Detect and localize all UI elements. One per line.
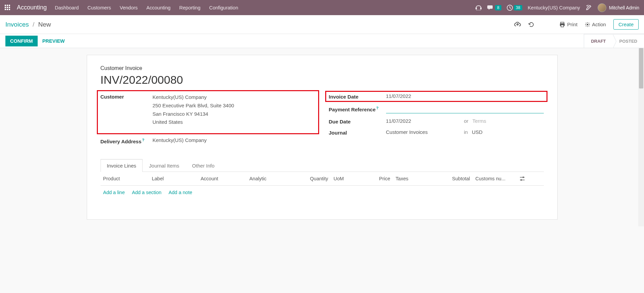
user-name: Mitchell Admin bbox=[609, 5, 639, 10]
doc-title: INV/2022/00080 bbox=[101, 73, 544, 86]
tab-invoice-lines[interactable]: Invoice Lines bbox=[101, 159, 143, 172]
column-settings-icon[interactable] bbox=[520, 176, 541, 181]
th-analytic[interactable]: Analytic bbox=[247, 172, 300, 186]
tab-journal-items[interactable]: Journal Items bbox=[143, 159, 186, 172]
th-product[interactable]: Product bbox=[101, 172, 149, 186]
status-draft[interactable]: DRAFT bbox=[584, 34, 612, 48]
breadcrumb-root[interactable]: Invoices bbox=[5, 21, 29, 28]
terms-placeholder[interactable]: Terms bbox=[472, 118, 486, 124]
form-sheet: Customer Invoice INV/2022/00080 Customer… bbox=[87, 55, 558, 220]
th-settings bbox=[517, 172, 543, 186]
row-customer: Customer Kentucky(US) Company 250 Execut… bbox=[101, 93, 315, 126]
add-line-link[interactable]: Add a line bbox=[103, 190, 125, 195]
breadcrumb: Invoices / New bbox=[5, 21, 51, 28]
messages-icon[interactable]: 8 bbox=[487, 5, 501, 11]
messages-badge: 8 bbox=[495, 5, 501, 10]
nav-dashboard[interactable]: Dashboard bbox=[55, 5, 79, 10]
customer-highlight: Customer Kentucky(US) Company 250 Execut… bbox=[97, 90, 319, 134]
value-customer[interactable]: Kentucky(US) Company 250 Executive Park … bbox=[153, 93, 315, 126]
tabs: Invoice Lines Journal Items Other Info bbox=[101, 159, 544, 172]
print-button[interactable]: Print bbox=[559, 22, 577, 27]
label-or: or bbox=[464, 118, 468, 124]
th-taxes[interactable]: Taxes bbox=[393, 172, 437, 186]
confirm-button[interactable]: CONFIRM bbox=[5, 36, 38, 46]
sheet-container: Customer Invoice INV/2022/00080 Customer… bbox=[0, 48, 644, 226]
customer-city: San Francisco KY 94134 bbox=[153, 110, 315, 118]
svg-point-11 bbox=[521, 179, 522, 181]
th-price[interactable]: Price bbox=[366, 172, 393, 186]
breadcrumb-separator: / bbox=[33, 21, 34, 28]
activities-icon[interactable]: 38 bbox=[507, 5, 522, 11]
debug-icon[interactable] bbox=[585, 4, 592, 11]
svg-rect-0 bbox=[476, 7, 477, 9]
discard-icon[interactable] bbox=[528, 22, 534, 28]
label-journal: Journal bbox=[329, 129, 386, 136]
value-delivery[interactable]: Kentucky(US) Company bbox=[153, 137, 315, 143]
customer-street: 250 Executive Park Blvd, Suite 3400 bbox=[153, 102, 315, 110]
value-due-date: 11/07/2022 or Terms bbox=[386, 118, 544, 124]
nav-customers[interactable]: Customers bbox=[87, 5, 111, 10]
action-button[interactable]: Action bbox=[585, 22, 606, 27]
add-section-link[interactable]: Add a section bbox=[132, 190, 161, 195]
row-invoice-date: Invoice Date 11/07/2022 bbox=[329, 93, 544, 100]
cloud-save-icon[interactable] bbox=[514, 22, 521, 27]
form-col-right: Invoice Date 11/07/2022 Payment Referenc… bbox=[329, 93, 544, 149]
doc-type: Customer Invoice bbox=[101, 65, 544, 71]
status-steps: DRAFT POSTED bbox=[584, 34, 644, 48]
th-uom[interactable]: UoM bbox=[331, 172, 366, 186]
value-invoice-date[interactable]: 11/07/2022 bbox=[386, 93, 544, 99]
apps-icon[interactable] bbox=[5, 5, 11, 11]
svg-rect-6 bbox=[561, 25, 564, 27]
label-invoice-date: Invoice Date bbox=[329, 93, 386, 100]
nav-configuration[interactable]: Configuration bbox=[209, 5, 238, 10]
nav-vendors[interactable]: Vendors bbox=[120, 5, 138, 10]
customer-country: United States bbox=[153, 118, 315, 126]
row-delivery: Delivery Address? Kentucky(US) Company bbox=[101, 137, 315, 144]
create-button[interactable]: Create bbox=[613, 19, 639, 30]
th-subtotal[interactable]: Subtotal bbox=[437, 172, 472, 186]
action-bar: Print Action Create bbox=[514, 19, 639, 30]
journal-value[interactable]: Customer Invoices bbox=[386, 129, 437, 135]
nav-reporting[interactable]: Reporting bbox=[179, 5, 200, 10]
scrollbar-thumb[interactable] bbox=[639, 48, 643, 88]
value-payment-ref bbox=[386, 105, 544, 113]
label-delivery: Delivery Address? bbox=[101, 137, 153, 144]
tab-other-info[interactable]: Other Info bbox=[186, 159, 221, 172]
user-menu[interactable]: Mitchell Admin bbox=[598, 3, 639, 12]
th-account[interactable]: Account bbox=[198, 172, 247, 186]
row-journal: Journal Customer Invoices in USD bbox=[329, 129, 544, 136]
avatar bbox=[598, 3, 606, 12]
label-in: in bbox=[464, 129, 468, 135]
value-journal: Customer Invoices in USD bbox=[386, 129, 544, 135]
label-payment-ref: Payment Reference? bbox=[329, 105, 386, 112]
nav-accounting[interactable]: Accounting bbox=[146, 5, 171, 10]
nav-menu: Dashboard Customers Vendors Accounting R… bbox=[55, 5, 238, 10]
help-icon[interactable]: ? bbox=[376, 106, 379, 110]
status-bar: CONFIRM PREVIEW DRAFT POSTED bbox=[0, 34, 644, 48]
app-name[interactable]: Accounting bbox=[17, 4, 47, 11]
add-note-link[interactable]: Add a note bbox=[168, 190, 192, 195]
currency-value[interactable]: USD bbox=[472, 129, 483, 135]
activities-badge: 38 bbox=[514, 5, 522, 10]
print-label: Print bbox=[567, 22, 577, 27]
svg-point-7 bbox=[587, 24, 589, 25]
svg-point-10 bbox=[523, 177, 524, 178]
due-date-value[interactable]: 11/07/2022 bbox=[386, 118, 437, 124]
label-due-date: Due Date bbox=[329, 118, 386, 124]
form-grid: Customer Kentucky(US) Company 250 Execut… bbox=[101, 93, 544, 149]
help-icon[interactable]: ? bbox=[142, 138, 145, 142]
label-customer: Customer bbox=[101, 93, 153, 100]
vertical-scrollbar[interactable] bbox=[638, 48, 644, 226]
payment-ref-input[interactable] bbox=[386, 105, 544, 113]
company-selector[interactable]: Kentucky(US) Company bbox=[528, 5, 580, 10]
th-label[interactable]: Label bbox=[149, 172, 198, 186]
customer-name: Kentucky(US) Company bbox=[153, 93, 315, 102]
status-posted[interactable]: POSTED bbox=[613, 34, 644, 48]
th-quantity[interactable]: Quantity bbox=[300, 172, 331, 186]
preview-button[interactable]: PREVIEW bbox=[38, 36, 70, 46]
invoice-date-highlight: Invoice Date 11/07/2022 bbox=[325, 91, 547, 102]
action-label: Action bbox=[592, 22, 606, 27]
table-header-row: Product Label Account Analytic Quantity … bbox=[101, 172, 544, 186]
support-icon[interactable] bbox=[475, 5, 482, 11]
th-customs[interactable]: Customs nu... bbox=[473, 172, 517, 186]
